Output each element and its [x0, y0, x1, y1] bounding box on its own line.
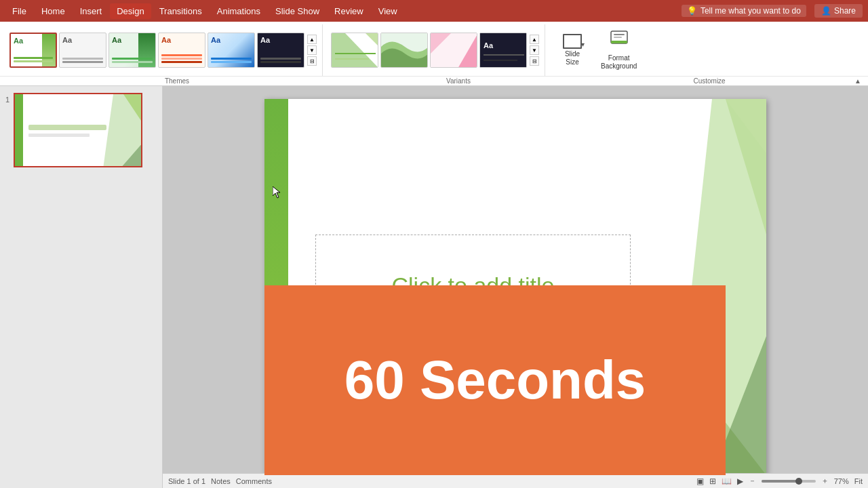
share-label: Share — [834, 6, 856, 16]
ribbon-bottom-strip: Themes Variants Customize ▲ — [0, 76, 868, 85]
zoom-slider[interactable] — [762, 480, 816, 483]
customize-group: ▾ Slide Size Format Background — [548, 24, 646, 76]
countdown-text: 60 Seconds — [344, 349, 646, 411]
share-button[interactable]: 👤 Share — [814, 4, 863, 18]
status-bar: Slide 1 of 1 Notes Comments ▣ ⊞ 📖 ▶ － ＋ … — [163, 473, 868, 488]
zoom-out-button[interactable]: － — [749, 476, 756, 486]
menu-insert[interactable]: Insert — [73, 3, 109, 19]
svg-rect-19 — [15, 94, 23, 167]
theme-2[interactable]: Aa — [59, 33, 106, 68]
themes-expand[interactable]: ⊟ — [307, 56, 317, 66]
variants-scroll-up[interactable]: ▲ — [530, 35, 539, 44]
themes-scroll-up[interactable]: ▲ — [307, 35, 317, 44]
slide-canvas[interactable]: Click to add title subtitle 60 Seconds — [264, 99, 766, 475]
main-area: 1 — [0, 86, 868, 488]
zoom-handle[interactable] — [795, 478, 802, 485]
variants-scroll-down[interactable]: ▼ — [530, 45, 539, 55]
zoom-in-button[interactable]: ＋ — [821, 476, 829, 486]
svg-rect-10 — [480, 33, 527, 68]
format-bg-icon — [610, 30, 629, 53]
theme-4[interactable]: Aa — [158, 33, 205, 68]
format-bg-label: Format Background — [601, 54, 637, 70]
slide-size-label: Slide Size — [565, 50, 580, 66]
menu-slideshow[interactable]: Slide Show — [269, 3, 326, 19]
ribbon-collapse-button[interactable]: ▲ — [852, 77, 864, 85]
menu-bar: File Home Insert Design Transitions Anim… — [0, 0, 868, 22]
search-label: Tell me what you want to do — [701, 6, 801, 16]
theme-default[interactable]: Aa — [9, 33, 57, 68]
format-background-button[interactable]: Format Background — [595, 27, 642, 73]
variants-group: Aa ▲ ▼ ⊟ — [326, 24, 545, 76]
theme-5[interactable]: Aa — [208, 33, 255, 68]
slide-1-thumb[interactable] — [14, 93, 142, 167]
zoom-fill — [762, 480, 800, 483]
themes-row: Aa Aa — [9, 24, 317, 76]
ribbon-content: Aa Aa — [0, 22, 868, 76]
variants-label: Variants — [350, 77, 567, 85]
slide-size-icon: ▾ — [563, 34, 582, 49]
variant-1[interactable] — [331, 33, 378, 68]
slide-size-button[interactable]: ▾ Slide Size — [552, 31, 593, 69]
reading-view-button[interactable]: 📖 — [722, 476, 732, 486]
slide-1-number: 1 — [5, 96, 9, 104]
themes-group: Aa Aa — [4, 24, 323, 76]
variant-2[interactable] — [380, 33, 428, 68]
person-icon: 👤 — [821, 6, 831, 16]
menu-home[interactable]: Home — [35, 3, 72, 19]
variants-row: Aa ▲ ▼ ⊟ — [331, 24, 539, 76]
theme-6[interactable]: Aa — [257, 33, 304, 68]
svg-rect-24 — [28, 134, 90, 137]
slides-panel: 1 — [0, 86, 163, 488]
svg-rect-16 — [614, 34, 625, 35]
variants-scroll: ▲ ▼ ⊟ — [530, 35, 539, 66]
notes-button[interactable]: Notes — [211, 477, 231, 485]
svg-rect-17 — [614, 37, 622, 38]
themes-label: Themes — [4, 77, 350, 85]
lightbulb-icon: 💡 — [687, 6, 697, 16]
menu-view[interactable]: View — [372, 3, 404, 19]
slideshow-button[interactable]: ▶ — [737, 476, 743, 486]
slide-sorter-button[interactable]: ⊞ — [709, 476, 716, 486]
menu-animations[interactable]: Animations — [210, 3, 267, 19]
variants-expand[interactable]: ⊟ — [530, 56, 539, 66]
comments-button[interactable]: Comments — [236, 477, 272, 485]
menu-review[interactable]: Review — [328, 3, 370, 19]
slide-info: Slide 1 of 1 — [168, 477, 205, 485]
canvas-area: Click to add title subtitle 60 Seconds S… — [163, 86, 868, 488]
menu-transitions[interactable]: Transitions — [153, 3, 209, 19]
search-box[interactable]: 💡 Tell me what you want to do — [682, 5, 806, 17]
svg-rect-15 — [611, 41, 627, 43]
countdown-banner: 60 Seconds — [264, 285, 726, 475]
variant-4[interactable]: Aa — [479, 33, 527, 68]
slide-1-container: 1 — [5, 93, 157, 167]
themes-scroll-down[interactable]: ▼ — [307, 45, 317, 55]
theme-3[interactable]: Aa — [108, 33, 156, 68]
menu-file[interactable]: File — [5, 3, 33, 19]
status-right: ▣ ⊞ 📖 ▶ － ＋ 77% Fit — [696, 476, 863, 486]
customize-label: Customize — [567, 77, 852, 85]
svg-text:Aa: Aa — [484, 41, 494, 49]
svg-rect-23 — [28, 125, 106, 130]
group-labels-row: Themes Variants Customize ▲ — [4, 77, 864, 85]
ribbon: Aa Aa — [0, 22, 868, 86]
variant-3[interactable] — [430, 33, 477, 68]
themes-scroll: ▲ ▼ ⊟ — [307, 35, 317, 66]
menu-design[interactable]: Design — [110, 3, 151, 19]
variants-gallery: Aa — [331, 33, 527, 68]
zoom-percent[interactable]: 77% — [834, 477, 849, 485]
normal-view-button[interactable]: ▣ — [696, 476, 704, 486]
theme-gallery: Aa Aa — [9, 33, 304, 68]
fit-button[interactable]: Fit — [854, 477, 863, 485]
